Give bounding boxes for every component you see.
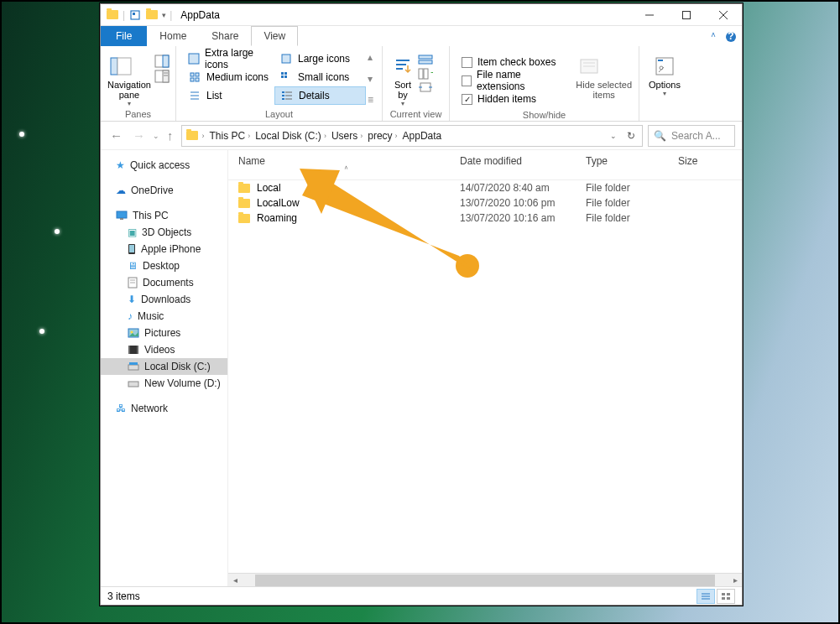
nav-network[interactable]: 🖧Network [101, 400, 227, 417]
add-columns-icon[interactable]: + [418, 68, 433, 80]
breadcrumb[interactable]: › This PC› Local Disk (C:)› Users› precy… [181, 125, 644, 147]
qat-dropdown[interactable]: ▾ [162, 11, 166, 19]
tab-file[interactable]: File [101, 26, 147, 46]
nav-pictures[interactable]: Pictures [101, 325, 227, 341]
qat-sep: | [170, 9, 172, 21]
crumb-precy[interactable]: precy› [366, 130, 399, 142]
svg-rect-73 [727, 597, 730, 600]
star-icon: ★ [116, 159, 125, 171]
help-icon[interactable]: ? [725, 31, 737, 43]
table-row[interactable]: Local14/07/2020 8:40 amFile folder [228, 180, 742, 195]
forward-button[interactable]: → [130, 128, 148, 143]
qat-sep: | [123, 9, 125, 21]
ribbon-group-layout: Extra large icons Medium icons List Larg… [176, 46, 383, 121]
large-icons-view-button[interactable] [717, 589, 735, 604]
svg-rect-66 [128, 382, 138, 387]
svg-rect-8 [111, 58, 117, 75]
preview-pane-icon[interactable] [154, 55, 170, 68]
crumb-appdata[interactable]: AppData [401, 130, 444, 142]
collapse-ribbon-icon[interactable]: ＾ [708, 29, 718, 44]
nav-3d-objects[interactable]: ▣3D Objects [101, 224, 227, 241]
svg-rect-13 [163, 70, 169, 82]
view-details[interactable]: Details [274, 86, 366, 105]
options-button[interactable]: Options ▾ [646, 49, 683, 119]
documents-icon [128, 277, 138, 289]
refresh-button[interactable]: ↻ [623, 130, 639, 142]
nav-onedrive[interactable]: ☁OneDrive [101, 182, 227, 199]
minimize-button[interactable] [631, 4, 668, 26]
table-row[interactable]: LocalLow13/07/2020 10:06 pmFile folder [228, 195, 742, 211]
sort-by-button[interactable]: Sort by ▾ [389, 53, 416, 107]
details-pane-icon[interactable] [154, 70, 170, 83]
view-large-icons[interactable]: Large icons [274, 49, 366, 68]
view-list[interactable]: List [183, 86, 274, 105]
tab-home[interactable]: Home [147, 26, 199, 46]
desktop-icon: 🖥 [128, 260, 138, 272]
up-button[interactable]: ↑ [164, 128, 176, 143]
crumb-this-pc[interactable]: This PC› [208, 130, 253, 142]
col-size: Size [678, 155, 728, 174]
svg-rect-25 [281, 72, 284, 75]
layout-scroll-down-icon[interactable]: ▾ [368, 73, 373, 85]
address-dropdown-icon[interactable]: ⌄ [605, 132, 622, 140]
nav-this-pc[interactable]: This PC [101, 207, 227, 224]
hide-selected-items-button[interactable]: Hide selected items [576, 53, 632, 100]
hidden-items-toggle[interactable]: Hidden items [457, 90, 569, 108]
svg-rect-52 [117, 211, 127, 218]
tab-view[interactable]: View [251, 26, 298, 46]
nav-documents[interactable]: Documents [101, 274, 227, 291]
back-button[interactable]: ← [107, 128, 125, 143]
tab-share[interactable]: Share [199, 26, 251, 46]
col-name: Name＾ [238, 155, 460, 174]
pc-icon [116, 211, 128, 221]
ribbon-group-current-view: Sort by ▾ + Current view [383, 46, 450, 121]
close-button[interactable] [705, 4, 742, 26]
view-medium-icons[interactable]: Medium icons [183, 68, 274, 86]
folder-icon [106, 8, 119, 22]
scroll-left-icon: ◂ [228, 575, 242, 585]
view-small-icons[interactable]: Small icons [274, 68, 366, 86]
recent-dropdown-icon[interactable]: ⌄ [153, 132, 159, 140]
nav-videos[interactable]: Videos [101, 341, 227, 358]
svg-rect-41 [424, 69, 428, 79]
svg-rect-11 [163, 55, 169, 67]
svg-rect-31 [282, 95, 284, 96]
svg-rect-20 [196, 78, 199, 81]
cube-icon: ▣ [128, 226, 137, 238]
svg-text:+: + [430, 68, 433, 79]
maximize-button[interactable] [668, 4, 705, 26]
nav-quick-access[interactable]: ★Quick access [101, 157, 227, 174]
size-columns-icon[interactable] [418, 81, 433, 93]
drive-icon [128, 378, 139, 388]
table-row[interactable]: Roaming13/07/2020 10:16 amFile folder [228, 211, 742, 226]
column-headers[interactable]: Name＾ Date modified Type Size [228, 150, 742, 180]
navigation-pane-button[interactable]: Navigation pane ▾ [107, 53, 151, 107]
nav-new-volume-d[interactable]: New Volume (D:) [101, 375, 227, 392]
nav-local-disk-c[interactable]: Local Disk (C:) [101, 358, 227, 375]
music-icon: ♪ [128, 310, 133, 322]
svg-rect-26 [284, 72, 287, 75]
layout-scroll-up-icon[interactable]: ▴ [368, 51, 373, 63]
crumb-local-disk[interactable]: Local Disk (C:)› [253, 130, 328, 142]
horizontal-scrollbar[interactable]: ◂ ▸ [228, 573, 742, 586]
crumb-users[interactable]: Users› [330, 130, 364, 142]
group-by-icon[interactable] [418, 55, 433, 66]
ribbon-tabs: File Home Share View ＾ ? [101, 26, 742, 46]
svg-rect-24 [282, 55, 290, 63]
properties-icon[interactable] [128, 8, 142, 22]
layout-more-icon[interactable]: ≡ [368, 94, 373, 106]
svg-rect-70 [722, 593, 725, 595]
folder-icon[interactable] [145, 8, 159, 22]
search-input[interactable]: 🔍 Search A... [648, 125, 735, 147]
details-view-button[interactable] [697, 589, 715, 604]
view-extra-large-icons[interactable]: Extra large icons [183, 49, 274, 68]
svg-rect-39 [419, 60, 432, 64]
nav-music[interactable]: ♪Music [101, 308, 227, 325]
file-name-extensions-toggle[interactable]: File name extensions [457, 71, 569, 90]
nav-desktop[interactable]: 🖥Desktop [101, 257, 227, 274]
svg-rect-71 [727, 593, 730, 595]
nav-apple-iphone[interactable]: Apple iPhone [101, 241, 227, 257]
pictures-icon [128, 328, 139, 338]
svg-rect-1 [133, 13, 135, 15]
nav-downloads[interactable]: ⬇Downloads [101, 291, 227, 308]
